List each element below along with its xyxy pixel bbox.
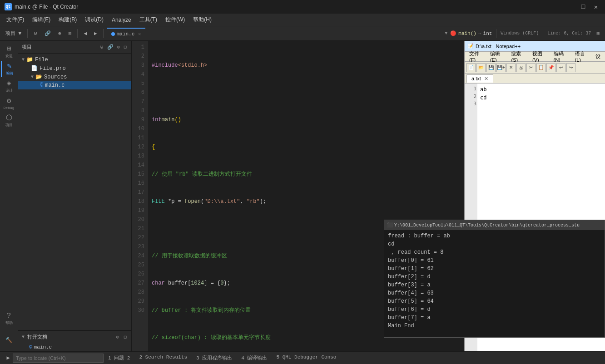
- close-button[interactable]: ✕: [591, 3, 600, 10]
- link-panel-btn[interactable]: 🔗: [106, 44, 114, 50]
- status-tabs: 1 问题 2 2 Search Results 3 应用程序输出 4 编译输出 …: [104, 353, 601, 363]
- tree-item-pro[interactable]: 📄 File.pro: [18, 64, 131, 73]
- tree-item-root[interactable]: ▼ 📁 File: [18, 55, 131, 64]
- ln-24: 24: [132, 251, 144, 261]
- np-btn-paste[interactable]: 📌: [546, 63, 555, 72]
- sidebar-item-debug[interactable]: ⚙ Debug: [1, 95, 17, 112]
- root-label: File: [35, 57, 48, 63]
- np-btn-new[interactable]: 📄: [466, 63, 476, 72]
- open-doc-icon: ©: [29, 344, 32, 350]
- menu-edit[interactable]: 编辑(E): [29, 15, 54, 25]
- file-type-dot: [111, 32, 115, 36]
- np-tab-name: a.txt: [471, 76, 481, 81]
- statusbar: ▶ 1 问题 2 2 Search Results 3 应用程序输出 4 编译输…: [0, 351, 605, 364]
- sidebar-item-help[interactable]: ? 帮助: [1, 310, 17, 327]
- open-docs-add[interactable]: ⊕: [115, 334, 120, 340]
- menu-tools[interactable]: 工具(T): [136, 15, 161, 25]
- np-line-2: cd: [480, 93, 602, 102]
- np-btn-print[interactable]: 🖨: [516, 63, 526, 72]
- line-numbers: 1 2 3 4 5 6 7 8 9 10 11 12 13 14 15 16 1…: [132, 41, 148, 351]
- titlebar-left: Qt main.c @ File - Qt Creator: [5, 3, 78, 10]
- editor-tab-main[interactable]: main.c ✕: [107, 28, 146, 39]
- expand-btn[interactable]: ⊞: [594, 30, 602, 37]
- back-btn[interactable]: ◀: [81, 30, 89, 37]
- np-tab-atxt[interactable]: a.txt ✕: [466, 74, 493, 83]
- code-line-5: // 使用 "rb" 读取二进制方式打开文件: [152, 170, 461, 179]
- maximize-button[interactable]: □: [579, 3, 588, 10]
- open-doc-main[interactable]: © main.c: [18, 343, 131, 351]
- open-docs-arrow[interactable]: ▼: [22, 334, 25, 339]
- cursor-position: Line: 6, Col: 37: [547, 31, 591, 36]
- open-docs-collapse[interactable]: ⊟: [123, 334, 128, 340]
- main-file-label: main.c: [45, 82, 64, 89]
- ln-25: 25: [132, 261, 144, 270]
- status-tab-qml[interactable]: 5 QML Debugger Conso: [272, 353, 341, 363]
- sidebar-item-projects[interactable]: ⬡ 项目: [1, 113, 17, 129]
- status-tab-app-output[interactable]: 3 应用程序输出: [192, 353, 237, 363]
- titlebar: Qt main.c @ File - Qt Creator — □ ✕: [0, 0, 605, 14]
- np-btn-open[interactable]: 📂: [476, 63, 486, 72]
- ln-28: 28: [132, 288, 144, 297]
- tab-close-btn[interactable]: ✕: [138, 31, 141, 37]
- tree-item-sources[interactable]: ▼ 📂 Sources: [18, 73, 131, 81]
- titlebar-controls[interactable]: — □ ✕: [566, 3, 600, 10]
- ln-4: 4: [132, 70, 144, 79]
- sidebar-item-design[interactable]: ◈ 设计: [1, 78, 17, 94]
- forward-btn[interactable]: ▶: [91, 30, 100, 37]
- np-btn-copy[interactable]: 📋: [536, 63, 545, 72]
- menu-help[interactable]: 帮助(H): [189, 15, 215, 25]
- np-btn-close[interactable]: ✕: [506, 63, 516, 72]
- filter-panel-btn[interactable]: ⊌: [99, 44, 104, 50]
- sources-arrow[interactable]: ▼: [31, 74, 34, 79]
- status-tab-search[interactable]: 2 Search Results: [134, 353, 192, 363]
- projects-label: 项目: [5, 123, 13, 128]
- ln-15: 15: [132, 170, 144, 179]
- np-tab-close[interactable]: ✕: [484, 76, 488, 81]
- np-menu-more[interactable]: 设: [593, 52, 603, 61]
- root-arrow[interactable]: ▼: [22, 57, 25, 62]
- ln-9: 9: [132, 115, 144, 124]
- ln-17: 17: [132, 188, 144, 197]
- collapse-panel-btn[interactable]: ⊟: [123, 44, 128, 50]
- link-btn[interactable]: 🔗: [42, 30, 54, 37]
- tree-item-main[interactable]: © main.c: [18, 81, 131, 89]
- status-tab-problems[interactable]: 1 问题 2: [104, 353, 134, 363]
- folder-icon: 📁: [26, 56, 33, 63]
- menu-debug[interactable]: 调试(D): [81, 15, 107, 25]
- np-ln-1: 1: [466, 85, 476, 93]
- terminal-titlebar: ⬛ Y:\001_DevelopTools\011_QT\Tools\QtCre…: [384, 220, 605, 230]
- code-line-4: {: [152, 143, 461, 152]
- menu-file[interactable]: 文件(F): [3, 15, 28, 25]
- np-btn-undo[interactable]: ↩: [556, 63, 565, 72]
- collapse-btn[interactable]: ⊟: [66, 30, 74, 37]
- np-btn-redo[interactable]: ↪: [566, 63, 575, 72]
- panel-title: 项目: [22, 44, 32, 50]
- menu-controls[interactable]: 控件(W): [162, 15, 188, 25]
- ln-29: 29: [132, 297, 144, 306]
- status-toggle-btn[interactable]: ▶: [4, 354, 13, 363]
- minimize-button[interactable]: —: [566, 3, 575, 10]
- add-panel-btn[interactable]: ⊕: [116, 44, 121, 50]
- sidebar-item-build[interactable]: 🔨: [1, 332, 17, 349]
- np-btn-save[interactable]: 💾: [486, 63, 496, 72]
- add-btn[interactable]: ⊕: [55, 30, 64, 37]
- np-btn-cut[interactable]: ✂: [526, 63, 536, 72]
- ln-14: 14: [132, 161, 144, 170]
- ln-22: 22: [132, 233, 144, 242]
- collapse-icon: ▼: [445, 31, 447, 36]
- menu-analyze[interactable]: Analyze: [108, 15, 135, 25]
- status-tab-build-output[interactable]: 4 编译输出: [237, 353, 272, 363]
- terminal-panel: ⬛ Y:\001_DevelopTools\011_QT\Tools\QtCre…: [384, 220, 605, 338]
- menu-build[interactable]: 构建(B): [55, 15, 80, 25]
- ln-23: 23: [132, 242, 144, 251]
- project-selector[interactable]: 项目 ▼: [3, 29, 24, 38]
- np-btn-save-all[interactable]: 💾+: [496, 63, 506, 72]
- tab-filename: main.c: [117, 31, 135, 37]
- open-doc-name: main.c: [34, 344, 52, 350]
- ln-16: 16: [132, 179, 144, 188]
- filter-btn[interactable]: ⊌: [31, 30, 40, 37]
- sidebar-item-edit[interactable]: ✎ 编辑: [1, 61, 17, 77]
- ln-5: 5: [132, 79, 144, 88]
- search-input[interactable]: [13, 354, 104, 363]
- sidebar-item-welcome[interactable]: ⊞ 欢迎: [1, 44, 17, 60]
